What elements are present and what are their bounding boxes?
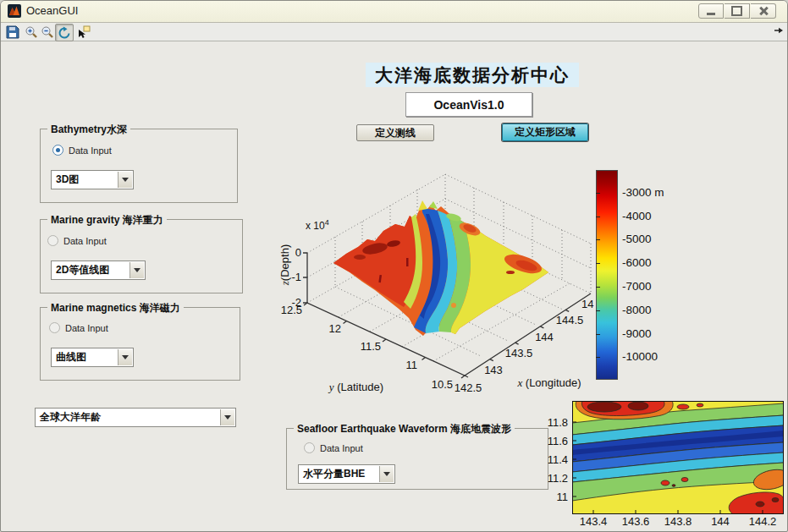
zoom-out-button[interactable] [39, 24, 56, 40]
colorbar-tick [596, 357, 600, 358]
gravity-dropdown[interactable]: 2D等值线图 [51, 261, 146, 280]
close-button[interactable] [751, 3, 776, 19]
colorbar-label: -4000 [622, 210, 652, 222]
x-axis-label: x (Longitude) [516, 376, 581, 389]
matlab-app-icon [8, 4, 21, 18]
dropdown-value: 水平分量BHE [303, 467, 365, 481]
z-tick-label: -1 [291, 271, 301, 283]
radio-label: Data Input [320, 443, 363, 453]
bathymetry-3d-plot[interactable]: 142.5 143 143.5 144 144.5 14 12.5 12 11.… [280, 162, 595, 409]
chevron-down-icon[interactable] [379, 466, 394, 482]
x-tick-label: 144.5 [556, 314, 584, 326]
maximize-button[interactable] [725, 3, 750, 19]
define-rect-button[interactable]: 定义矩形区域 [502, 123, 588, 141]
x-tick-label: 143.5 [505, 347, 533, 359]
data-cursor-icon [77, 25, 91, 39]
magnetics-dropdown[interactable]: 曲线图 [51, 348, 134, 367]
contour-x-tick-label: 143.8 [661, 515, 695, 528]
rotate-3d-button[interactable] [55, 24, 74, 41]
chevron-down-icon[interactable] [118, 172, 132, 188]
save-icon [6, 25, 19, 39]
contour-y-tick-label: 11.2 [543, 472, 568, 485]
panel-magnetics-title: Marine magnetics 海洋磁力 [47, 301, 184, 315]
contour-x-tick-label: 144.2 [746, 515, 780, 528]
ocean-age-dropdown[interactable]: 全球大洋年龄 [35, 408, 236, 427]
panel-gravity: Marine gravity 海洋重力 Data Input 2D等值线图 [40, 219, 243, 293]
zoom-in-icon [25, 25, 38, 39]
x-tick-label: 142.5 [455, 381, 482, 394]
bathymetry-dropdown[interactable]: 3D图 [51, 170, 134, 189]
contour-plot[interactable] [572, 401, 784, 514]
bathymetry-data-input-radio[interactable]: Data Input [52, 145, 112, 156]
contour-y-tick-label: 11.8 [543, 416, 568, 429]
page-title: 大洋海底数据分析中心 [366, 63, 579, 87]
radio-unselected-icon[interactable] [304, 442, 315, 453]
data-cursor-button[interactable] [75, 24, 92, 40]
y-tick-label: 11.5 [361, 340, 381, 353]
minimize-button[interactable] [698, 3, 724, 19]
colorbar-tick [596, 310, 600, 311]
dropdown-value: 3D图 [56, 173, 79, 187]
ocean-gui-window: OceanGUI [0, 0, 788, 532]
contour-y-tick-label: 11.6 [543, 435, 568, 447]
radio-label: Data Input [63, 236, 107, 246]
colorbar-label: -10000 [622, 350, 658, 363]
colorbar-tick [596, 239, 600, 240]
colorbar-tick [596, 263, 600, 264]
contour-x-tick-label: 143.6 [619, 515, 653, 528]
radio-selected-icon[interactable] [52, 145, 63, 156]
colorbar-label: -9000 [622, 327, 652, 340]
define-line-button[interactable]: 定义测线 [356, 124, 434, 141]
y-axis-label: y (Latitude) [328, 381, 383, 393]
chevron-down-icon[interactable] [220, 409, 234, 425]
y-tick-label: 12 [329, 322, 341, 335]
chevron-down-icon[interactable] [118, 349, 132, 365]
contour-y-tick-label: 11.4 [543, 453, 568, 466]
colorbar-tick [596, 287, 600, 288]
dropdown-value: 全球大洋年龄 [40, 410, 101, 425]
seafloor-data-input-radio[interactable]: Data Input [304, 442, 363, 453]
y-tick-label: 10.5 [432, 378, 453, 391]
z-tick-label: 0 [295, 246, 301, 259]
maximize-icon [731, 6, 742, 16]
version-button[interactable]: OceanVis1.0 [405, 92, 532, 117]
z-axis-exponent: x 104 [306, 218, 329, 232]
contour-y-tick-label: 11 [543, 491, 568, 503]
window-title: OceanGUI [26, 4, 78, 17]
panel-seafloor: Seafloor Earthquake Waveform 海底地震波形 Data… [286, 428, 548, 490]
zoom-in-button[interactable] [23, 24, 40, 40]
colorbar-label: -8000 [622, 304, 652, 316]
zoom-out-icon [41, 25, 54, 39]
x-tick-label: 144 [535, 331, 554, 343]
colorbar-tick [596, 217, 600, 217]
dropdown-value: 曲线图 [56, 350, 86, 365]
radio-unselected-icon[interactable] [49, 322, 60, 333]
x-tick-label: 143 [484, 364, 503, 376]
panel-magnetics: Marine magnetics 海洋磁力 Data Input 曲线图 [40, 307, 240, 381]
seafloor-dropdown[interactable]: 水平分量BHE [298, 464, 395, 484]
save-button[interactable] [4, 24, 21, 40]
radio-label: Data Input [69, 145, 112, 156]
panel-gravity-title: Marine gravity 海洋重力 [47, 213, 167, 228]
gravity-data-input-radio[interactable]: Data Input [47, 235, 107, 246]
magnetics-data-input-radio[interactable]: Data Input [49, 322, 108, 333]
colorbar-tick [596, 334, 600, 335]
minimize-icon [707, 13, 715, 15]
close-icon [759, 7, 768, 15]
radio-unselected-icon[interactable] [47, 235, 58, 246]
radio-label: Data Input [65, 323, 108, 333]
x-tick-label: 14 [581, 298, 593, 310]
panel-seafloor-title: Seafloor Earthquake Waveform 海底地震波形 [294, 422, 515, 436]
chevron-down-icon[interactable] [129, 262, 144, 278]
toolbar-overflow-arrow-icon[interactable] [774, 26, 784, 36]
colorbar-label: -7000 [622, 280, 652, 293]
colorbar-label: -3000 m [622, 186, 664, 199]
panel-bathymetry-title: Bathymetry水深 [47, 123, 130, 137]
panel-bathymetry: Bathymetry水深 Data Input 3D图 [40, 129, 238, 203]
colorbar-tick [596, 193, 600, 194]
colorbar-label: -5000 [622, 233, 652, 245]
z-axis-label: z(Depth) [280, 244, 291, 286]
contour-x-tick-label: 144 [703, 515, 737, 528]
z-tick-label: -2 [291, 296, 301, 309]
titlebar[interactable]: OceanGUI [1, 1, 787, 23]
